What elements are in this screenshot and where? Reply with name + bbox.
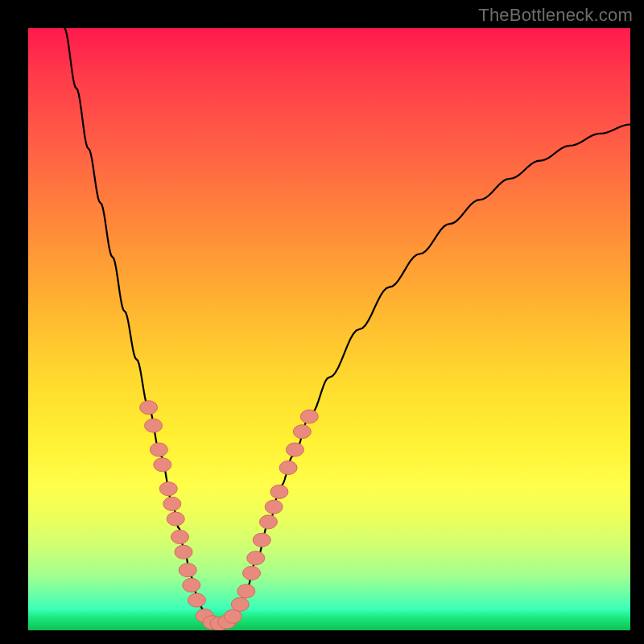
- watermark-text: TheBottleneck.com: [478, 5, 633, 26]
- marker-group: [140, 401, 319, 630]
- data-marker: [270, 485, 288, 498]
- chart-svg: [28, 28, 630, 630]
- data-marker: [243, 566, 261, 580]
- data-marker: [183, 578, 200, 592]
- data-marker: [188, 593, 205, 607]
- data-marker: [167, 512, 184, 526]
- data-marker: [171, 530, 189, 544]
- data-marker: [231, 597, 249, 611]
- plot-area: [28, 28, 630, 630]
- data-marker: [247, 551, 265, 565]
- chart-frame: TheBottleneck.com: [0, 0, 644, 644]
- data-marker: [279, 461, 297, 475]
- data-marker: [145, 419, 163, 432]
- data-marker: [154, 458, 171, 472]
- data-marker: [300, 410, 318, 423]
- bottleneck-curve: [64, 28, 630, 625]
- data-marker: [265, 500, 283, 514]
- data-marker: [293, 425, 311, 439]
- data-marker: [140, 401, 158, 415]
- data-marker: [150, 443, 167, 456]
- data-marker: [159, 482, 177, 496]
- data-marker: [179, 564, 196, 577]
- data-marker: [237, 584, 255, 598]
- data-marker: [175, 545, 192, 559]
- data-marker: [224, 609, 242, 623]
- data-marker: [163, 497, 181, 510]
- data-marker: [286, 443, 303, 456]
- data-marker: [259, 515, 277, 529]
- data-marker: [253, 533, 270, 547]
